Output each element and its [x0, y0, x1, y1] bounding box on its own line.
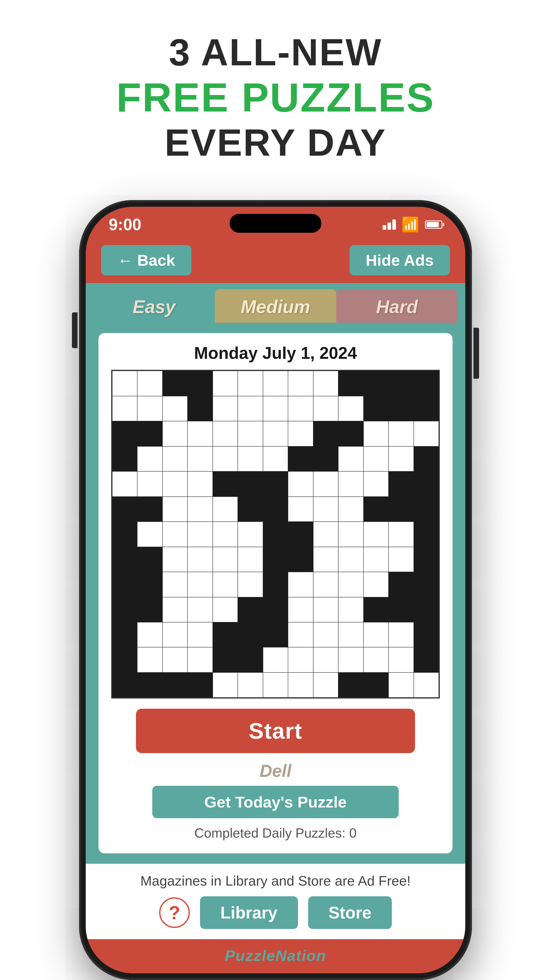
signal-bar-1	[383, 225, 386, 230]
grid-cell	[338, 496, 363, 522]
grid-cell	[137, 421, 162, 446]
crossword-grid	[111, 370, 440, 698]
store-button[interactable]: Store	[308, 896, 392, 929]
grid-cell	[263, 421, 288, 446]
grid-cell	[137, 446, 162, 471]
grid-cell	[338, 446, 363, 471]
tab-medium-label: Medium	[241, 297, 310, 317]
grid-cell	[112, 371, 137, 396]
grid-cell	[187, 547, 213, 572]
grid-cell	[187, 647, 213, 672]
grid-cell	[313, 522, 338, 547]
grid-cell	[338, 522, 363, 547]
grid-cell	[414, 496, 439, 522]
grid-cell	[112, 471, 137, 496]
grid-cell	[389, 572, 413, 597]
grid-cell	[112, 622, 137, 647]
grid-cell	[389, 647, 413, 672]
grid-cell	[137, 597, 162, 622]
grid-cell	[389, 421, 413, 446]
hide-ads-button[interactable]: Hide Ads	[349, 245, 450, 275]
phone-mockup: 9:00 📶 ← Back	[79, 200, 472, 980]
grid-cell	[414, 471, 439, 496]
store-label: Store	[329, 903, 372, 922]
main-content: Monday July 1, 2024 Start Dell Get Today…	[86, 323, 465, 864]
grid-cell	[364, 471, 389, 496]
tab-hard[interactable]: Hard	[336, 289, 457, 323]
grid-cell	[338, 622, 363, 647]
grid-cell	[187, 673, 213, 697]
dynamic-island	[230, 214, 321, 233]
grid-cell	[288, 371, 313, 396]
grid-cell	[187, 622, 213, 647]
back-button[interactable]: ← Back	[101, 245, 191, 275]
signal-bar-3	[392, 220, 396, 230]
grid-cell	[313, 572, 338, 597]
tab-easy[interactable]: Easy	[94, 289, 215, 323]
grid-cell	[162, 572, 187, 597]
grid-cell	[238, 622, 263, 647]
grid-cell	[162, 421, 187, 446]
grid-cell	[288, 572, 313, 597]
grid-cell	[288, 396, 313, 421]
grid-cell	[187, 572, 213, 597]
grid-cell	[213, 673, 238, 697]
get-today-puzzle-button[interactable]: Get Today's Puzzle	[152, 786, 399, 818]
brand-name: Dell	[111, 761, 440, 781]
grid-cell	[162, 396, 187, 421]
grid-cell	[238, 597, 263, 622]
difficulty-tabs: Easy Medium Hard	[86, 283, 465, 323]
grid-cell	[313, 496, 338, 522]
grid-cell	[263, 647, 288, 672]
grid-cell	[313, 471, 338, 496]
grid-cell	[162, 622, 187, 647]
grid-cell	[389, 471, 413, 496]
puzzle-date: Monday July 1, 2024	[111, 343, 440, 363]
grid-cell	[414, 597, 439, 622]
signal-bar-2	[387, 223, 391, 230]
grid-cell	[364, 547, 389, 572]
tab-medium[interactable]: Medium	[215, 289, 336, 323]
grid-cell	[414, 396, 439, 421]
grid-cell	[137, 647, 162, 672]
grid-cell	[338, 421, 363, 446]
help-icon[interactable]: ?	[159, 897, 190, 928]
grid-cell	[162, 496, 187, 522]
grid-cell	[263, 446, 288, 471]
grid-cell	[187, 446, 213, 471]
grid-cell	[288, 547, 313, 572]
grid-cell	[414, 647, 439, 672]
grid-cell	[338, 673, 363, 697]
grid-cell	[238, 371, 263, 396]
grid-cell	[263, 673, 288, 697]
grid-cell	[137, 371, 162, 396]
grid-cell	[162, 471, 187, 496]
grid-cell	[313, 622, 338, 647]
grid-cell	[187, 421, 213, 446]
grid-cell	[364, 647, 389, 672]
start-label: Start	[249, 718, 303, 743]
grid-cell	[137, 522, 162, 547]
grid-cell	[112, 673, 137, 697]
grid-cell	[112, 547, 137, 572]
hide-ads-label: Hide Ads	[366, 251, 433, 269]
grid-cell	[238, 673, 263, 697]
grid-cell	[313, 597, 338, 622]
start-button[interactable]: Start	[136, 709, 415, 753]
grid-cell	[112, 446, 137, 471]
library-button[interactable]: Library	[200, 896, 298, 929]
grid-cell	[238, 496, 263, 522]
grid-cell	[364, 396, 389, 421]
grid-cell	[213, 421, 238, 446]
grid-cell	[137, 496, 162, 522]
grid-cell	[263, 396, 288, 421]
grid-cell	[162, 597, 187, 622]
grid-cell	[288, 622, 313, 647]
grid-cell	[263, 547, 288, 572]
grid-cell	[288, 647, 313, 672]
grid-cell	[213, 597, 238, 622]
header-line1: 3 ALL-NEW	[116, 30, 435, 74]
grid-cell	[389, 522, 413, 547]
grid-cell	[338, 396, 363, 421]
grid-cell	[338, 371, 363, 396]
